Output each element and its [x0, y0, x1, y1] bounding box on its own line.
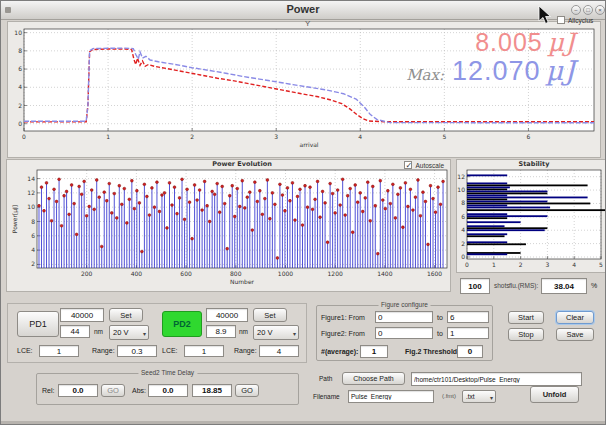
svg-text:6: 6: [527, 133, 531, 140]
figure2-from-input[interactable]: [375, 327, 433, 339]
format-label: (.fmt): [442, 393, 456, 399]
current-energy-readout: 8.005µJ: [475, 28, 576, 57]
svg-text:Power[µJ]: Power[µJ]: [11, 205, 19, 233]
svg-text:10: 10: [27, 203, 35, 210]
svg-text:6: 6: [18, 65, 22, 72]
figure1-to-input[interactable]: [447, 311, 489, 323]
pd2-nm-label: nm: [239, 328, 248, 335]
lce2-input[interactable]: [184, 345, 224, 357]
maximize-button[interactable]: □: [583, 5, 593, 15]
clear-button[interactable]: Clear: [556, 311, 594, 324]
pd1-button[interactable]: PD1: [17, 311, 59, 337]
svg-text:0: 0: [18, 120, 22, 127]
pd2-set-button[interactable]: Set: [253, 308, 287, 322]
pd1-wavelength-input[interactable]: [60, 325, 90, 338]
figure2-to-label: to: [437, 330, 443, 337]
unfold-button[interactable]: Unfold: [530, 386, 579, 403]
allcycles-checkbox[interactable]: Allcyclus: [557, 16, 593, 24]
abs-go-button[interactable]: GO: [235, 384, 259, 397]
lce1-input[interactable]: [39, 345, 79, 357]
stop-button[interactable]: Stop: [508, 328, 544, 341]
svg-text:4: 4: [461, 226, 465, 233]
current-energy-value: 8.005: [475, 28, 543, 56]
figure1-from-input[interactable]: [375, 311, 433, 323]
svg-text:1200: 1200: [328, 270, 343, 277]
svg-text:6: 6: [461, 213, 465, 220]
svg-text:1000: 1000: [278, 270, 293, 277]
max-energy-unit: µJ: [546, 55, 576, 86]
svg-text:0: 0: [465, 261, 469, 268]
stability-panel: 012345024681012Stability: [456, 159, 606, 273]
power-evolution-panel: 20040060080010001200140016002468101214Nu…: [6, 159, 451, 292]
svg-text:2: 2: [519, 261, 523, 268]
rms-label: flu.(RMS):: [509, 282, 538, 289]
pd2-wavelength-input[interactable]: [206, 325, 236, 338]
svg-text:2: 2: [18, 102, 22, 109]
path-label: Path: [319, 375, 332, 382]
svg-text:3: 3: [274, 133, 278, 140]
pd2-voltage-select[interactable]: 20 V▾: [253, 325, 299, 340]
pd2-button[interactable]: PD2: [162, 311, 202, 337]
figure2-to-input[interactable]: [447, 327, 489, 339]
pd2-freq-input[interactable]: [206, 308, 248, 322]
average-input[interactable]: [360, 345, 388, 358]
svg-text:4: 4: [572, 261, 576, 268]
pd1-voltage-select[interactable]: 20 V▾: [109, 325, 149, 340]
close-button[interactable]: ×: [595, 5, 605, 15]
svg-text:10: 10: [457, 186, 465, 193]
abs-target-input[interactable]: [192, 384, 232, 397]
window-bottom-edge: [1, 421, 605, 424]
current-energy-unit: µJ: [548, 28, 576, 57]
svg-text:5: 5: [599, 261, 603, 268]
titlebar: Power − □ ×: [1, 1, 605, 20]
save-button[interactable]: Save: [556, 328, 594, 341]
svg-text:4: 4: [31, 246, 35, 253]
chevron-down-icon: ▾: [143, 329, 146, 336]
svg-text:400: 400: [131, 270, 143, 277]
svg-text:arrival: arrival: [299, 141, 318, 148]
seed2-time-delay-group: Seed2 Time Delay Rel: GO Abs: GO: [36, 373, 299, 405]
svg-text:600: 600: [180, 270, 192, 277]
abs-input[interactable]: [148, 384, 188, 397]
rms-input[interactable]: [541, 278, 587, 294]
mouse-cursor: [537, 5, 553, 25]
svg-text:2: 2: [461, 240, 465, 247]
svg-text:0: 0: [461, 253, 465, 260]
allcycles-checkbox-box[interactable]: [557, 16, 565, 24]
svg-text:800: 800: [230, 270, 242, 277]
choose-path-button[interactable]: Choose Path: [342, 372, 405, 385]
rel-go-button[interactable]: GO: [101, 384, 125, 397]
path-input[interactable]: [411, 372, 582, 386]
y-axis-letter: Y: [305, 19, 310, 28]
pd1-nm-label: nm: [94, 328, 103, 335]
max-energy-value: 12.070: [452, 56, 541, 86]
chevron-down-icon: ▾: [490, 393, 493, 400]
autoscale-checkbox[interactable]: ✓ Autoscale: [404, 161, 444, 169]
pd-control-panel: PD1 Set nm 20 V▾ PD2 Set nm 20 V▾ LCE: R…: [7, 303, 307, 363]
pd1-freq-input[interactable]: [60, 308, 104, 322]
energy-scan-panel: 01234560246810arrival 8.005µJ Max:12.070…: [7, 21, 601, 158]
minimize-button[interactable]: −: [571, 5, 581, 15]
start-button[interactable]: Start: [508, 311, 544, 324]
range2-input[interactable]: [259, 345, 299, 357]
svg-text:1600: 1600: [427, 270, 442, 277]
pd1-set-button[interactable]: Set: [109, 308, 143, 322]
filename-input[interactable]: [348, 390, 434, 403]
range1-input[interactable]: [117, 345, 157, 357]
figure2-from-label: Figure2: From: [321, 330, 365, 337]
svg-text:2: 2: [31, 260, 35, 267]
autoscale-checkbox-box[interactable]: ✓: [404, 161, 412, 169]
shots-input[interactable]: [460, 278, 490, 294]
stability-chart[interactable]: 012345024681012Stability: [457, 160, 606, 272]
power-evolution-chart[interactable]: 20040060080010001200140016002468101214Nu…: [7, 160, 450, 291]
window-title: Power: [1, 3, 605, 15]
max-label: Max:: [406, 66, 444, 84]
format-select[interactable]: .txt▾: [462, 390, 496, 403]
svg-text:1: 1: [106, 133, 110, 140]
threshold-label: Fig.2 Threshold:: [405, 348, 459, 355]
range2-label: Range:: [234, 347, 257, 354]
svg-text:12: 12: [27, 189, 35, 196]
abs-label: Abs:: [132, 387, 146, 394]
threshold-input[interactable]: [457, 345, 483, 358]
rel-input[interactable]: [58, 384, 98, 397]
